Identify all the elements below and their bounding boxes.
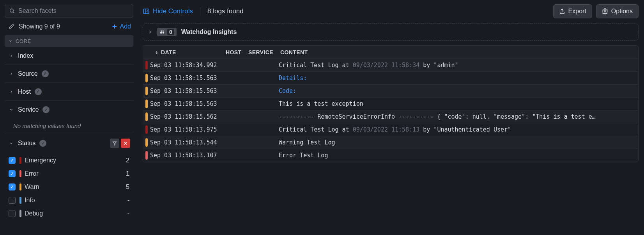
table-row[interactable]: Sep 03 11:58:15.563Code: xyxy=(143,85,638,98)
checkbox[interactable] xyxy=(9,210,16,217)
table-header: DATE HOST SERVICE CONTENT xyxy=(143,46,638,59)
severity-strip xyxy=(145,138,148,147)
facets-summary-row: Showing 9 of 9 Add xyxy=(5,18,133,35)
checkbox[interactable]: ✓ xyxy=(9,170,16,177)
col-service[interactable]: SERVICE xyxy=(248,49,279,55)
plus-icon xyxy=(111,23,118,30)
checkbox[interactable]: ✓ xyxy=(9,157,16,164)
status-item-error[interactable]: ✓Error1 xyxy=(5,167,133,180)
status-count: - xyxy=(127,210,129,217)
hide-controls-button[interactable]: Hide Controls xyxy=(143,7,193,15)
options-label: Options xyxy=(611,8,633,15)
search-icon xyxy=(9,8,15,14)
facet-label: Index xyxy=(18,52,33,59)
facet-service[interactable]: Service ✓ xyxy=(5,101,133,119)
filter-button[interactable] xyxy=(110,139,119,148)
status-label: Info xyxy=(25,197,35,204)
check-circle-icon: ✓ xyxy=(42,70,49,77)
cell-date: Sep 03 11:58:15.563 xyxy=(150,100,226,107)
cell-date: Sep 03 11:58:15.562 xyxy=(150,113,226,120)
col-date[interactable]: DATE xyxy=(150,49,226,55)
status-color-bar xyxy=(19,210,21,217)
facet-group-core[interactable]: CORE xyxy=(5,35,133,47)
table-body: Sep 03 11:58:34.992Critical Test Log at … xyxy=(143,59,638,162)
status-color-bar xyxy=(19,170,21,177)
svg-point-0 xyxy=(10,9,14,12)
facet-search-input[interactable] xyxy=(18,7,129,14)
col-date-label: DATE xyxy=(161,49,176,55)
cell-date: Sep 03 11:58:13.107 xyxy=(150,152,226,159)
main: Hide Controls 8 logs found Export Option… xyxy=(137,0,644,235)
severity-strip xyxy=(145,125,148,134)
facet-label: Host xyxy=(18,88,31,95)
cell-content: ---------- RemoteServiceErrorInfo ------… xyxy=(279,113,638,120)
status-item-info[interactable]: Info- xyxy=(5,194,133,207)
table-row[interactable]: Sep 03 11:58:13.975Critical Test Log at … xyxy=(143,123,638,136)
severity-strip xyxy=(145,87,148,95)
pencil-icon[interactable] xyxy=(9,23,15,30)
svg-point-10 xyxy=(160,32,162,34)
add-facet-button[interactable]: Add xyxy=(111,23,131,30)
check-circle-icon: ✓ xyxy=(39,140,46,147)
options-button[interactable]: Options xyxy=(596,4,639,18)
check-circle-icon: ✓ xyxy=(42,106,50,113)
col-host[interactable]: HOST xyxy=(226,49,248,55)
severity-strip xyxy=(145,151,148,160)
export-button[interactable]: Export xyxy=(553,4,592,18)
svg-point-11 xyxy=(163,32,165,34)
table-row[interactable]: Sep 03 11:58:34.992Critical Test Log at … xyxy=(143,59,638,72)
cell-content: Critical Test Log at 09/03/2022 11:58:34… xyxy=(279,62,638,69)
svg-line-1 xyxy=(13,12,14,13)
topbar: Hide Controls 8 logs found Export Option… xyxy=(143,4,639,19)
table-row[interactable]: Sep 03 11:58:15.563Details: xyxy=(143,72,638,85)
facet-source[interactable]: Source ✓ xyxy=(5,65,133,83)
severity-strip xyxy=(145,100,148,108)
status-item-debug[interactable]: Debug- xyxy=(5,207,133,220)
status-count: 2 xyxy=(126,157,129,164)
status-color-bar xyxy=(19,197,21,204)
cell-content: Critical Test Log at 09/03/2022 11:58:13… xyxy=(279,126,638,133)
chevron-down-icon xyxy=(9,141,14,145)
chevron-right-icon xyxy=(9,54,14,58)
logs-found-label: 8 logs found xyxy=(207,7,244,15)
status-item-warn[interactable]: ✓Warn5 xyxy=(5,180,133,194)
checkbox[interactable] xyxy=(9,197,16,204)
watchdog-insights[interactable]: 0 Watchdog Insights xyxy=(143,23,639,41)
clear-filter-button[interactable] xyxy=(121,139,130,148)
logs-table: DATE HOST SERVICE CONTENT Sep 03 11:58:3… xyxy=(143,45,639,162)
export-icon xyxy=(559,8,565,14)
status-item-emergency[interactable]: ✓Emergency2 xyxy=(5,154,133,167)
table-row[interactable]: Sep 03 11:58:13.107Error Test Log xyxy=(143,149,638,162)
status-label: Error xyxy=(25,170,39,177)
cell-date: Sep 03 11:58:15.563 xyxy=(150,75,226,82)
status-count: - xyxy=(127,197,129,204)
cell-date: Sep 03 11:58:15.563 xyxy=(150,87,226,94)
chevron-down-icon xyxy=(9,39,12,43)
table-row[interactable]: Sep 03 11:58:15.562---------- RemoteServ… xyxy=(143,110,638,123)
facet-host[interactable]: Host ✓ xyxy=(5,83,133,101)
table-row[interactable]: Sep 03 11:58:15.563This is a test except… xyxy=(143,98,638,110)
status-label: Warn xyxy=(25,183,39,190)
col-content[interactable]: CONTENT xyxy=(279,49,638,55)
status-color-bar xyxy=(19,157,21,164)
facet-status[interactable]: Status ✓ xyxy=(5,134,133,152)
svg-marker-4 xyxy=(113,142,117,145)
sort-desc-icon xyxy=(155,50,159,54)
insights-badge: 0 xyxy=(157,28,177,36)
facet-search[interactable] xyxy=(5,4,133,18)
facet-index[interactable]: Index xyxy=(5,47,133,65)
panel-collapse-icon xyxy=(143,8,150,15)
cell-date: Sep 03 11:58:13.544 xyxy=(150,139,226,146)
status-list: ✓Emergency2✓Error1✓Warn5Info-Debug- xyxy=(5,152,133,220)
showing-label: Showing 9 of 9 xyxy=(19,23,60,30)
chevron-right-icon xyxy=(9,72,14,76)
checkbox[interactable]: ✓ xyxy=(9,183,16,190)
check-circle-icon: ✓ xyxy=(35,88,42,95)
facet-label: Service xyxy=(18,106,39,113)
insights-count: 0 xyxy=(167,29,174,35)
status-label: Debug xyxy=(25,210,43,217)
cell-content: This is a test exception xyxy=(279,100,638,107)
export-label: Export xyxy=(568,8,586,15)
gear-icon xyxy=(602,8,608,14)
table-row[interactable]: Sep 03 11:58:13.544Warning Test Log xyxy=(143,136,638,149)
